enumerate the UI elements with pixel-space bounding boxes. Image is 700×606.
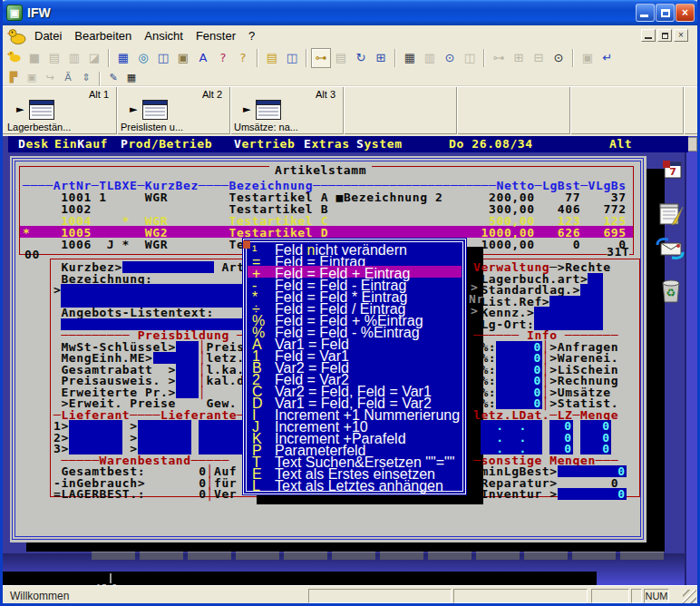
- save-icon[interactable]: ▣: [578, 48, 598, 68]
- menu-bearbeiten[interactable]: Bearbeiten: [68, 25, 138, 46]
- dos-menu-system[interactable]: System: [356, 138, 403, 150]
- toolbar-separator: [394, 49, 396, 67]
- close-button[interactable]: ×: [676, 4, 695, 22]
- input-field[interactable]: [69, 432, 122, 444]
- list-icon[interactable]: ▤: [331, 48, 351, 68]
- help-duck-icon[interactable]: ?: [233, 48, 253, 68]
- dos-menu-einkauf[interactable]: EinKauf: [54, 138, 108, 150]
- table-black-icon[interactable]: ▦: [122, 71, 141, 85]
- popup-item-5[interactable]: *Feld = Feld * Eintrag: [248, 289, 462, 301]
- forward-document-icon[interactable]: ⊞: [509, 48, 529, 68]
- mdi-close-button[interactable]: ×: [674, 29, 688, 42]
- popup-item-11[interactable]: BVar2 = Feld: [248, 360, 462, 372]
- popup-item-4[interactable]: -Feld = Feld - Eintrag: [248, 278, 462, 289]
- input-field[interactable]: [199, 420, 245, 432]
- print-icon[interactable]: ▦: [400, 48, 420, 68]
- dos-menu-prodbetrieb[interactable]: Prod/Betrieb: [121, 138, 212, 150]
- minimize-button[interactable]: [636, 4, 655, 22]
- document-zoom-icon[interactable]: ⊙: [440, 48, 460, 68]
- documents-icon[interactable]: ◫: [460, 48, 480, 68]
- popup-item-1[interactable]: ¹Feld nicht verändern: [248, 242, 462, 254]
- popup-item-3[interactable]: +Feld = Feld + Eintrag: [248, 266, 462, 278]
- new-entry-icon[interactable]: ▤: [262, 48, 282, 68]
- input-field[interactable]: [69, 420, 122, 432]
- input-field[interactable]: [176, 364, 199, 376]
- view-list-icon[interactable]: ▥: [64, 48, 84, 68]
- input-field[interactable]: [549, 296, 603, 308]
- globe-view-icon[interactable]: ◎: [133, 48, 153, 68]
- popup-item-18[interactable]: PParameterfeld: [248, 443, 462, 454]
- menu-datei[interactable]: Datei: [28, 25, 68, 46]
- title-bar[interactable]: ▣ IFW ×: [0, 0, 700, 25]
- tab-alt-1[interactable]: Alt 1►Lagerbestän...: [4, 87, 117, 134]
- input-field[interactable]: [580, 284, 603, 296]
- save-floppy-icon[interactable]: ▣: [23, 71, 41, 85]
- popup-item-12[interactable]: 2Feld = Var2: [248, 372, 462, 384]
- refresh-document-icon[interactable]: ↻: [351, 48, 371, 68]
- key-select-icon[interactable]: ⊶: [311, 48, 331, 68]
- folder-open-icon[interactable]: ▛: [5, 71, 23, 85]
- font-icon[interactable]: A: [193, 48, 213, 68]
- input-field[interactable]: [138, 420, 191, 432]
- input-field[interactable]: [138, 432, 191, 444]
- eraser-icon[interactable]: ◪: [84, 48, 104, 68]
- popup-item-8[interactable]: %Feld = Feld - %Eintrag: [248, 325, 462, 337]
- edit-document-icon[interactable]: ✎: [104, 71, 122, 85]
- dos-menu-extras[interactable]: Extras: [304, 138, 350, 150]
- popup-item-20[interactable]: EText als Erstes einsetzen: [248, 466, 462, 478]
- calendar-icon[interactable]: 7: [663, 160, 683, 180]
- popup-item-21[interactable]: LText als Letztes anhängen: [248, 478, 462, 490]
- recycle-bin-icon[interactable]: ♻: [658, 276, 684, 305]
- input-field[interactable]: 0: [558, 488, 627, 500]
- forward-document2-icon[interactable]: ⊟: [529, 48, 549, 68]
- notepad-icon[interactable]: [657, 200, 685, 227]
- input-field[interactable]: [176, 386, 199, 398]
- add-key-icon[interactable]: ⊶: [489, 48, 509, 68]
- undo-return-icon[interactable]: ↵: [598, 48, 617, 68]
- stop-icon[interactable]: ■: [24, 48, 44, 68]
- mdi-restore-button[interactable]: [657, 29, 672, 42]
- print-preview-icon[interactable]: ▥: [420, 48, 440, 68]
- dos-menu-desk[interactable]: Desk: [18, 138, 49, 150]
- input-field[interactable]: [176, 375, 199, 386]
- tab-alt-3[interactable]: Alt 3►Umsätze: na...: [230, 87, 344, 134]
- mdi-right-strip[interactable]: [686, 136, 697, 585]
- spelling-icon[interactable]: Ä: [59, 71, 77, 85]
- popup-item-10[interactable]: 1Feld = Var1: [248, 348, 462, 360]
- new-document-icon[interactable]: ▤: [44, 48, 64, 68]
- ifw-duck-icon[interactable]: [5, 48, 24, 68]
- input-field[interactable]: [199, 432, 245, 444]
- paste-icon[interactable]: ▣: [173, 48, 193, 68]
- input-field[interactable]: [534, 307, 603, 318]
- popup-item-14[interactable]: DVar1 = Feld, Feld = Var2: [248, 396, 462, 407]
- exit-icon[interactable]: ↪: [41, 71, 59, 85]
- popup-item-16[interactable]: JIncrement +10: [248, 419, 462, 431]
- dos-menu-alt[interactable]: Alt: [609, 138, 632, 150]
- popup-item-7[interactable]: %Feld = Feld + %Eintrag: [248, 313, 462, 325]
- search-document-icon[interactable]: ⊙: [549, 48, 569, 68]
- popup-item-6[interactable]: ÷Feld = Feld / Eintrag: [248, 301, 462, 313]
- menu-?[interactable]: ?: [242, 25, 261, 46]
- maximize-button[interactable]: [656, 4, 675, 22]
- popup-item-9[interactable]: AVar1 = Feld: [248, 337, 462, 348]
- table-view-icon[interactable]: ▦: [113, 48, 133, 68]
- resize-list-icon[interactable]: ⇕: [77, 71, 95, 85]
- popup-item-2[interactable]: =Feld = Eintrag: [248, 254, 462, 266]
- help-jump-icon[interactable]: ?: [213, 48, 233, 68]
- input-field[interactable]: [588, 273, 603, 285]
- popup-item-19[interactable]: TText Suchen&Ersetzen ""="": [248, 454, 462, 466]
- resize-grip[interactable]: [683, 590, 696, 603]
- tab-alt-2[interactable]: Alt 2►Preislisten u...: [117, 87, 230, 134]
- copy-icon[interactable]: ◫: [153, 48, 173, 68]
- input-field[interactable]: [176, 341, 199, 353]
- insert-document-icon[interactable]: ⊞: [371, 48, 391, 68]
- menu-ansicht[interactable]: Ansicht: [138, 25, 190, 46]
- send-mail-icon[interactable]: [656, 236, 685, 261]
- popup-item-15[interactable]: IIncrement +1 Nummerierung: [248, 407, 462, 419]
- copy-entry-icon[interactable]: ◫: [282, 48, 302, 68]
- popup-item-17[interactable]: KIncrement +Parafeld: [248, 431, 462, 443]
- menu-fenster[interactable]: Fenster: [190, 25, 242, 46]
- dos-menu-vertrieb[interactable]: Vertrieb: [234, 138, 295, 150]
- popup-item-13[interactable]: CVar2 = Feld, Feld = Var1: [248, 384, 462, 396]
- mdi-minimize-button[interactable]: [641, 29, 656, 42]
